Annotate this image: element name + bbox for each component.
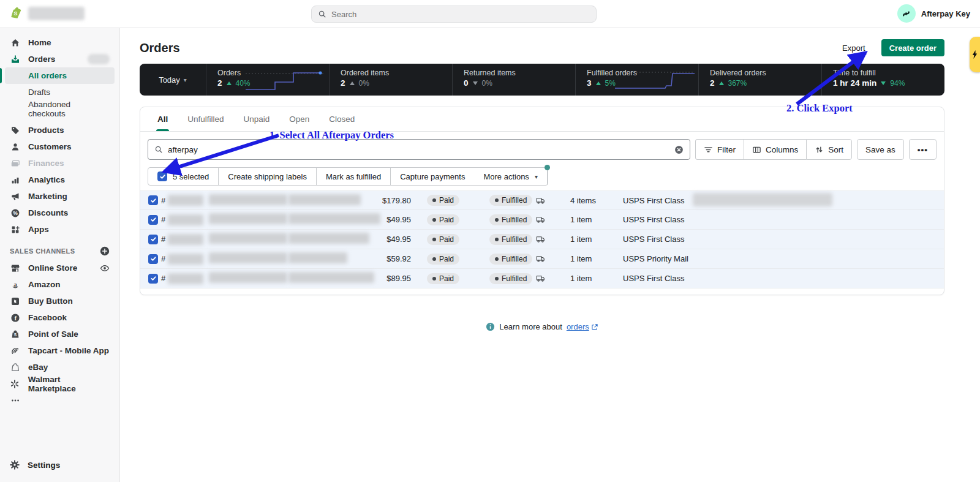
tab-unfulfilled[interactable]: Unfulfilled (178, 107, 233, 131)
orders-search-input[interactable]: afterpay (148, 139, 690, 160)
sidebar-item-buy-button[interactable]: Buy Button (5, 293, 115, 309)
stat-time-to-fulfill[interactable]: Time to fulfill1 hr 24 min94% (821, 64, 944, 96)
stat-delivered-orders[interactable]: Delivered orders2367% (698, 64, 821, 96)
tab-closed[interactable]: Closed (319, 107, 364, 131)
sidebar-item-facebook[interactable]: fFacebook (5, 309, 115, 326)
more-actions-label: More actions (483, 172, 529, 181)
topbar: S Search Afterpay Key (0, 0, 980, 28)
order-number-redacted (168, 254, 203, 265)
sidebar-item-abandoned-checkouts[interactable]: Abandoned checkouts (5, 100, 115, 117)
sidebar-item-settings[interactable]: Settings (5, 456, 115, 473)
sidebar-item-tapcart-mobile-app[interactable]: Tapcart - Mobile App (5, 342, 115, 359)
payment-status-badge: Paid (427, 254, 459, 265)
customer-name-redacted (288, 272, 374, 283)
tab-open[interactable]: Open (279, 107, 319, 131)
tab-unpaid[interactable]: Unpaid (234, 107, 280, 131)
select-all-checkbox[interactable] (157, 171, 167, 181)
sort-button[interactable]: Sort (806, 139, 852, 160)
storefront-icon (10, 263, 20, 273)
more-options-button[interactable]: ••• (909, 139, 937, 160)
sidebar-item-online-store[interactable]: Online Store (5, 260, 115, 276)
global-search-input[interactable]: Search (311, 6, 597, 23)
stat-label: Returned items (464, 69, 575, 77)
orders-help-link[interactable]: orders (567, 322, 598, 331)
tab-all[interactable]: All (148, 107, 178, 131)
create-order-button[interactable]: Create order (881, 39, 944, 56)
row-checkbox[interactable] (148, 254, 158, 264)
sidebar-item-amazon[interactable]: aAmazon (5, 276, 115, 293)
row-checkbox[interactable] (148, 215, 158, 225)
save-as-button[interactable]: Save as (857, 139, 904, 160)
filter-button[interactable]: Filter (695, 139, 744, 160)
columns-icon (752, 145, 761, 154)
sidebar-item-orders[interactable]: Orders (5, 51, 115, 67)
account-menu[interactable]: Afterpay Key (897, 4, 970, 23)
learn-more-text: Learn more about (499, 322, 562, 331)
sidebar-item-discounts[interactable]: %Discounts (5, 205, 115, 221)
ebay-icon (10, 363, 20, 372)
truck-icon (536, 254, 545, 263)
sidebar-item-marketing[interactable]: Marketing (5, 188, 115, 205)
sidebar-item-item[interactable] (5, 392, 115, 409)
selected-count-segment[interactable]: 5 selected (148, 168, 219, 185)
order-row[interactable]: #$49.95PaidFulfilled1 itemUSPS First Cla… (140, 230, 944, 249)
order-row[interactable]: #$59.92PaidFulfilled1 itemUSPS Priority … (140, 249, 944, 269)
sales-channels-nav: Online StoreaAmazonBuy ButtonfFacebookSP… (0, 260, 119, 409)
columns-button[interactable]: Columns (744, 139, 806, 160)
sidebar-item-products[interactable]: Products (5, 122, 115, 138)
sidebar-item-point-of-sale[interactable]: SPoint of Sale (5, 326, 115, 342)
tapcart-icon (10, 346, 20, 356)
row-checkbox[interactable] (148, 195, 158, 205)
sidebar-item-walmart-marketplace[interactable]: Walmart Marketplace (5, 375, 115, 392)
date-range-dropdown[interactable]: Today ▾ (140, 64, 206, 96)
store-logo[interactable]: S (8, 6, 85, 21)
sidebar-item-ebay[interactable]: eBay (5, 359, 115, 375)
notification-dot (545, 165, 550, 170)
sidebar-item-apps[interactable]: Apps (5, 221, 115, 238)
create-shipping-labels-button[interactable]: Create shipping labels (219, 168, 317, 185)
walmart-icon (10, 379, 20, 389)
annotation-step1: 1. Select All Afterpay Orders (270, 129, 394, 141)
stat-fulfilled-orders[interactable]: Fulfilled orders35% (575, 64, 698, 96)
stat-ordered-items[interactable]: Ordered items20% (329, 64, 452, 96)
order-row[interactable]: #$179.80PaidFulfilled4 itemsUSPS First C… (140, 190, 944, 210)
truck-icon (536, 274, 545, 283)
sidebar-item-home[interactable]: Home (5, 34, 115, 51)
stat-orders[interactable]: Orders240% (206, 64, 329, 96)
order-date-redacted (209, 233, 287, 244)
quick-actions-tab[interactable] (970, 37, 980, 72)
sidebar-item-all-orders[interactable]: All orders (5, 67, 115, 84)
stat-returned-items[interactable]: Returned items00% (452, 64, 575, 96)
orders-table: #$179.80PaidFulfilled4 itemsUSPS First C… (140, 190, 944, 295)
sidebar-item-label: Walmart Marketplace (28, 375, 110, 393)
sidebar-item-analytics[interactable]: Analytics (5, 171, 115, 188)
orders-link-label: orders (567, 322, 589, 331)
stat-delta: 5% (605, 79, 616, 88)
sidebar-item-drafts[interactable]: Drafts (5, 84, 115, 100)
row-checkbox[interactable] (148, 235, 158, 244)
sort-label: Sort (828, 145, 843, 154)
order-total: $59.92 (361, 254, 411, 263)
more-actions-button[interactable]: More actions ▾ (474, 168, 547, 185)
add-sales-channel-button[interactable] (100, 246, 110, 256)
selected-count-label: 5 selected (173, 172, 209, 181)
status-dot-icon (432, 238, 436, 241)
export-button[interactable]: Export (842, 43, 865, 53)
row-checkbox[interactable] (148, 274, 158, 284)
capture-payments-button[interactable]: Capture payments (391, 168, 474, 185)
order-row[interactable]: #$89.95PaidFulfilled1 itemUSPS First Cla… (140, 269, 944, 288)
buy-button-icon (10, 296, 20, 306)
fulfillment-status-badge: Fulfilled (489, 214, 532, 225)
megaphone-icon (10, 192, 20, 201)
mark-as-fulfilled-button[interactable]: Mark as fulfilled (317, 168, 391, 185)
eye-icon[interactable] (100, 263, 110, 273)
sidebar-item-customers[interactable]: Customers (5, 138, 115, 155)
clear-search-icon[interactable] (674, 145, 684, 154)
store-name-redacted (28, 7, 85, 20)
redacted-badge (88, 54, 110, 64)
sidebar-item-label: Customers (28, 142, 72, 151)
status-dot-icon (432, 218, 436, 222)
sidebar-item-finances[interactable]: Finances (5, 155, 115, 171)
caret-down-icon: ▾ (184, 77, 187, 83)
order-row[interactable]: #$49.95PaidFulfilled1 itemUSPS First Cla… (140, 210, 944, 230)
